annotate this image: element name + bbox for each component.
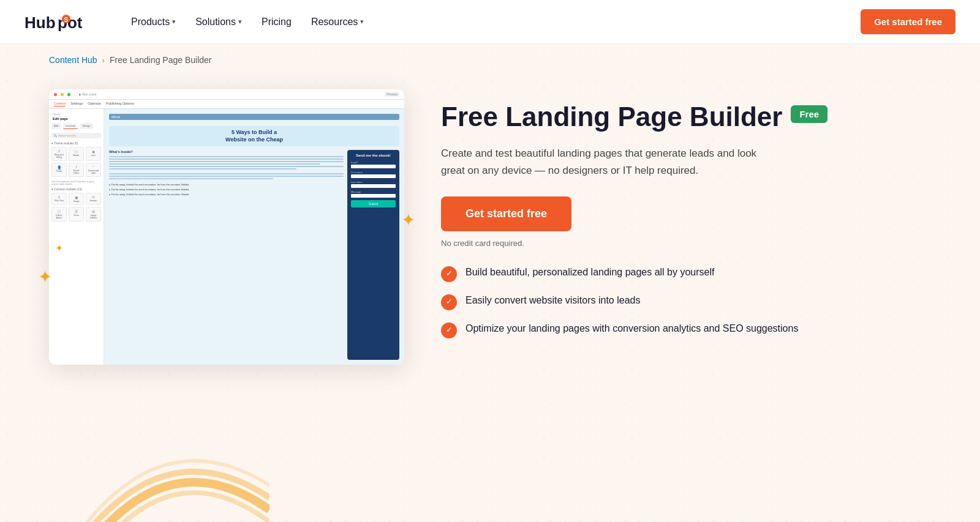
hero-cta-button[interactable]: Get started free	[441, 196, 571, 231]
check-icon-1: ✓	[441, 294, 457, 310]
mock-input-lastname	[351, 184, 396, 188]
mock-tab-optimize: Optimize	[88, 102, 101, 106]
mock-edit-page-title: Edit page	[53, 117, 101, 121]
mock-bullet-2: • Far far away, behind the word mountain…	[109, 188, 344, 192]
breadcrumb-current: Free Landing Page Builder	[110, 55, 212, 65]
mock-common-section: ▾ Common modules (13)	[51, 188, 101, 191]
nav-pricing[interactable]: Pricing	[254, 12, 299, 32]
solutions-chevron-icon: ▾	[238, 18, 242, 26]
mock-label-firstname: First name	[351, 171, 396, 174]
breadcrumb-parent-link[interactable]: Content Hub	[49, 55, 97, 65]
nav-products[interactable]: Products ▾	[124, 12, 183, 32]
mock-tab-content: Content	[54, 102, 66, 106]
mock-bullet-1: • Far far away, behind the word mountain…	[109, 183, 344, 187]
mock-tabs: Content Settings Optimize Publishing Opt…	[49, 100, 404, 109]
mock-line-3	[109, 161, 344, 162]
mock-dot-red	[54, 93, 57, 96]
mock-line-2	[109, 158, 344, 160]
mock-editor-ui: ▶ Run a test Preview Content Settings Op…	[49, 89, 404, 365]
nav-solutions[interactable]: Solutions ▾	[188, 12, 249, 32]
mock-help-text: Can't find what you need? Click here to …	[51, 181, 101, 185]
mock-body-text-2	[109, 173, 344, 179]
mock-module-form: ☰Form	[69, 207, 84, 222]
nav-pricing-label: Pricing	[262, 17, 292, 28]
mock-input-firstname	[351, 174, 396, 178]
mock-common-modules: ≡Rich Text ▣Image HHeader ⬡Call-to-Actio…	[51, 193, 101, 222]
svg-text:Hub: Hub	[24, 13, 56, 32]
mock-dot-green	[67, 93, 70, 96]
mock-module-social: fSocial follow	[69, 163, 84, 177]
mock-main-row: What's Inside?	[109, 150, 399, 360]
mock-page-header: 5 Ways to Build a Website on the Cheap	[109, 126, 399, 146]
feature-text-2: Optimize your landing pages with convers…	[466, 321, 798, 335]
mock-line-6	[109, 168, 296, 170]
mock-search-box: 🔍 Search modules	[51, 133, 101, 138]
mock-input-email	[351, 165, 396, 168]
mock-form-title: Send me the ebook!	[351, 154, 396, 157]
mock-bullet-3: • Far far away, behind the word mountain…	[109, 193, 344, 196]
mock-ebook-badge: eBook	[109, 114, 399, 120]
no-cc-text: No credit card required.	[441, 239, 870, 248]
hero-copy: Free Landing Page Builder Free Create an…	[441, 89, 870, 338]
mock-label-message: Message	[351, 190, 396, 193]
mock-preview-btn: Preview	[385, 92, 399, 97]
mock-body: ⌂ Home Edit page Add Contents Design 🔍 S…	[49, 109, 404, 365]
mock-contents-btn: Contents	[63, 123, 78, 129]
mock-module-profile: 👤Profile	[51, 163, 67, 177]
mock-search-placeholder: Search modules	[58, 134, 76, 137]
breadcrumb-separator: ›	[102, 56, 105, 65]
nav-items: Products ▾ Solutions ▾ Pricing Resources…	[124, 12, 371, 32]
mock-add-btn: Add	[51, 123, 61, 129]
mock-design-btn: Design	[80, 123, 92, 129]
feature-text-0: Build beautiful, personalized landing pa…	[466, 265, 714, 279]
mock-theme-modules: ≡Blog post listing ◻Button ◉Icon 👤Profil…	[51, 147, 101, 177]
mock-module-header: HHeader	[86, 193, 101, 205]
mock-module-button: ◻Button	[69, 147, 84, 161]
mock-module-richtext: ≡Rich Text	[51, 193, 67, 205]
free-badge: Free	[791, 105, 827, 123]
mock-module-image: ▣Image	[69, 193, 84, 205]
feature-item-1: ✓ Easily convert website visitors into l…	[441, 293, 870, 310]
mock-page-content: eBook 5 Ways to Build a Website on the C…	[104, 109, 404, 365]
feature-text-1: Easily convert website visitors into lea…	[466, 293, 640, 307]
mock-tab-publishing: Publishing Options	[106, 102, 134, 106]
mock-page-title-line1: 5 Ways to Build a	[114, 129, 394, 136]
mock-module-blog: ≡Blog post listing	[51, 147, 67, 161]
mock-tab-settings: Settings	[70, 102, 83, 106]
sparkle-decoration-1: ✦	[38, 267, 52, 287]
mock-whats-inside: What's Inside?	[109, 150, 344, 154]
resources-chevron-icon: ▾	[360, 18, 364, 26]
svg-text:S: S	[64, 16, 69, 23]
nav-resources[interactable]: Resources ▾	[304, 12, 371, 32]
nav-cta-button[interactable]: Get started free	[861, 9, 956, 34]
mock-topbar: ▶ Run a test Preview	[49, 89, 404, 100]
sparkle-decoration-3: ✦	[401, 210, 415, 230]
mock-label-lastname: Last name	[351, 181, 396, 184]
svg-text:pot: pot	[58, 13, 83, 32]
navbar: Hub pot S Products ▾ Solutions ▾ Pricing…	[0, 0, 980, 44]
nav-solutions-label: Solutions	[195, 17, 236, 28]
mock-line-5	[109, 166, 344, 167]
mock-run-test: ▶ Run a test	[79, 92, 96, 96]
check-icon-2: ✓	[441, 323, 457, 338]
mock-line-1	[109, 156, 344, 157]
hubspot-logo[interactable]: Hub pot S	[24, 10, 104, 34]
features-list: ✓ Build beautiful, personalized landing …	[441, 265, 870, 338]
mock-module-cta: ⬡Call-to-Action	[51, 207, 67, 222]
mock-home-link: ⌂ Home	[51, 113, 101, 116]
mock-theme-section: ▾ Theme modules (6)	[51, 142, 101, 145]
mock-page-title-line2: Website on the Cheap	[114, 136, 394, 144]
page-title: Free Landing Page Builder	[441, 102, 782, 133]
check-icon-0: ✓	[441, 266, 457, 282]
mock-dot-yellow	[61, 93, 64, 96]
breadcrumb: Content Hub › Free Landing Page Builder	[0, 44, 980, 71]
mock-left-col: What's Inside?	[109, 150, 344, 360]
mock-line-4	[109, 163, 320, 165]
feature-item-2: ✓ Optimize your landing pages with conve…	[441, 321, 870, 338]
nav-resources-label: Resources	[311, 17, 358, 28]
mock-search-icon: 🔍	[54, 134, 57, 137]
nav-products-label: Products	[131, 17, 170, 28]
feature-item-0: ✓ Build beautiful, personalized landing …	[441, 265, 870, 282]
hero-section: ✦ ✦ ✦ ▶ Run a test Preview Content S	[0, 71, 919, 401]
mock-module-testimonial: "Testimonial slide	[86, 163, 101, 177]
